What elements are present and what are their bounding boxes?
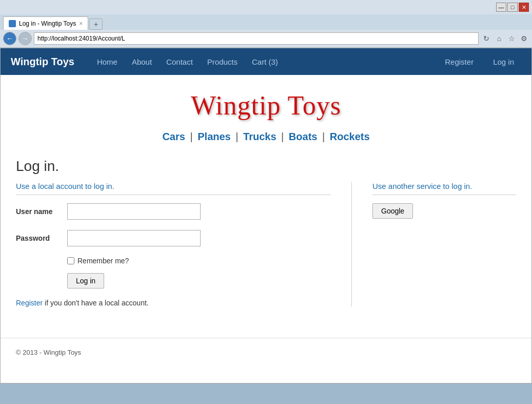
nav-cart[interactable]: Cart (3): [245, 48, 285, 75]
register-link[interactable]: Register: [16, 299, 43, 307]
navbar: Wingtip Toys Home About Contact Products…: [1, 48, 531, 75]
login-button[interactable]: Log in: [67, 273, 104, 288]
password-group: Password: [16, 230, 331, 246]
login-local: Use a local account to log in. User name…: [16, 182, 352, 307]
footer-text: © 2013 - Wingtip Toys: [16, 349, 81, 356]
category-nav: Cars | Planes | Trucks | Boats | Rockets: [1, 126, 531, 153]
website: Wingtip Toys Home About Contact Products…: [0, 48, 532, 383]
minimize-button[interactable]: —: [496, 3, 506, 12]
tab-favicon: [9, 20, 16, 27]
nav-contact[interactable]: Contact: [159, 48, 200, 75]
tab-bar: Log in - Wingtip Toys × +: [0, 14, 532, 30]
nav-products[interactable]: Products: [200, 48, 245, 75]
browser-tab[interactable]: Log in - Wingtip Toys ×: [3, 16, 88, 30]
new-tab-button[interactable]: +: [89, 18, 103, 30]
remember-label: Remember me?: [77, 257, 129, 265]
cat-planes[interactable]: Planes: [198, 131, 230, 142]
title-bar: — □ ✕: [0, 0, 532, 14]
cat-trucks[interactable]: Trucks: [243, 131, 276, 142]
username-label: User name: [16, 207, 67, 216]
browser-icons: ⌂ ☆ ⚙: [494, 33, 529, 44]
nav-register[interactable]: Register: [438, 48, 481, 75]
login-title: Log in.: [16, 158, 516, 175]
page-content: Wingtip Toys Cars | Planes | Trucks | Bo…: [1, 75, 531, 383]
remember-row: Remember me?: [67, 257, 331, 265]
nav-home[interactable]: Home: [90, 48, 125, 75]
username-group: User name: [16, 203, 331, 220]
cat-sep-4: |: [322, 131, 325, 142]
home-icon[interactable]: ⌂: [494, 33, 504, 44]
svg-rect-0: [10, 21, 15, 26]
cat-cars[interactable]: Cars: [162, 131, 185, 142]
nav-login[interactable]: Log in: [486, 48, 521, 75]
service-subtitle: Use another service to log in.: [372, 182, 516, 195]
username-input[interactable]: [67, 203, 201, 220]
close-button[interactable]: ✕: [519, 3, 529, 12]
register-line: Register if you don't have a local accou…: [16, 299, 331, 307]
password-input[interactable]: [67, 230, 201, 246]
refresh-button[interactable]: ↻: [481, 33, 492, 44]
tab-title: Log in - Wingtip Toys: [19, 20, 76, 27]
back-button[interactable]: ←: [3, 32, 16, 45]
footer: © 2013 - Wingtip Toys: [1, 338, 531, 367]
login-row: Use a local account to log in. User name…: [16, 182, 516, 307]
cat-sep-2: |: [235, 131, 238, 142]
google-button[interactable]: Google: [372, 203, 413, 219]
hero-title: Wingtip Toys: [1, 75, 531, 126]
password-label: Password: [16, 234, 67, 242]
title-bar-buttons: — □ ✕: [496, 3, 529, 12]
nav-brand[interactable]: Wingtip Toys: [11, 56, 74, 68]
address-input[interactable]: [34, 32, 479, 45]
star-icon[interactable]: ☆: [506, 33, 517, 44]
remember-checkbox[interactable]: [67, 257, 74, 264]
nav-links: Home About Contact Products Cart (3): [90, 48, 438, 75]
nav-right: Register Log in: [438, 48, 521, 75]
tab-close-button[interactable]: ×: [79, 20, 83, 27]
address-bar: ← → ↻ ⌂ ☆ ⚙: [0, 30, 532, 47]
register-text: if you don't have a local account.: [43, 299, 149, 307]
forward-button[interactable]: →: [18, 32, 32, 45]
cat-rockets[interactable]: Rockets: [330, 131, 370, 142]
browser-chrome: — □ ✕ Log in - Wingtip Toys × + ← → ↻ ⌂ …: [0, 0, 532, 48]
cat-sep-1: |: [190, 131, 192, 142]
cat-sep-3: |: [281, 131, 284, 142]
local-subtitle: Use a local account to log in.: [16, 182, 331, 195]
login-section: Log in. Use a local account to log in. U…: [1, 153, 531, 317]
login-service: Use another service to log in. Google: [362, 182, 516, 307]
nav-about[interactable]: About: [125, 48, 159, 75]
cat-boats[interactable]: Boats: [289, 131, 318, 142]
maximize-button[interactable]: □: [507, 3, 518, 12]
settings-icon[interactable]: ⚙: [519, 33, 529, 44]
